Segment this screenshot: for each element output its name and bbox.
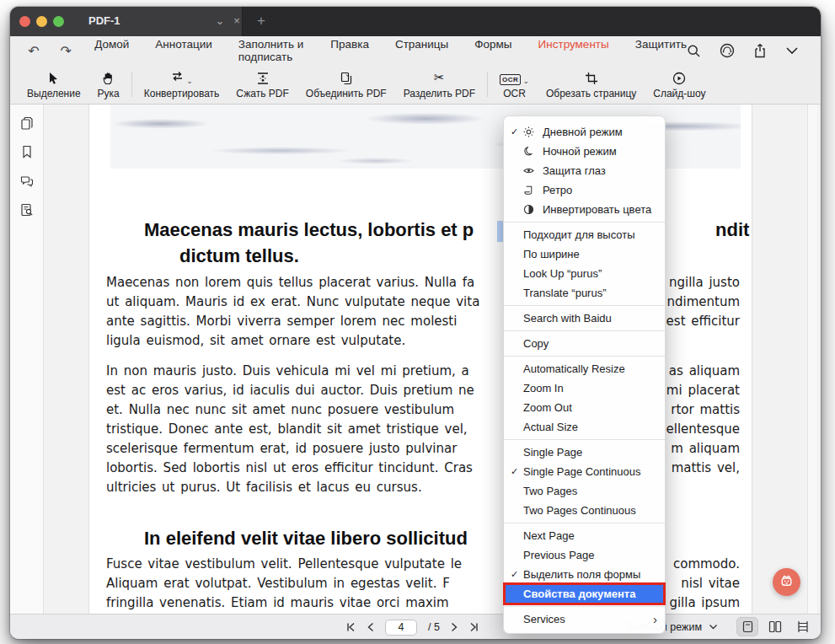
- menu-item-services[interactable]: Services›: [504, 609, 665, 629]
- robot-icon: [778, 572, 795, 593]
- ocr-button[interactable]: OCR⌄ OCR: [491, 66, 538, 103]
- collapse-toolbar-icon[interactable]: [785, 46, 799, 55]
- close-window-button[interactable]: [19, 16, 30, 27]
- minimize-window-button[interactable]: [36, 16, 47, 27]
- invert-icon: [523, 204, 543, 215]
- two-page-view-button[interactable]: [764, 617, 786, 636]
- menu-item-retro[interactable]: Ретро: [504, 180, 665, 200]
- menu-item-zoom-in[interactable]: Zoom In: [504, 378, 665, 398]
- moon-icon: [523, 146, 543, 157]
- menu-item-document-properties[interactable]: Свойства документа: [504, 584, 665, 604]
- menu-item-auto-resize[interactable]: Automatically Resize: [504, 359, 665, 378]
- first-page-icon[interactable]: [345, 622, 356, 632]
- menu-item-fit-width[interactable]: По ширине: [504, 244, 665, 264]
- search-document-panel-icon[interactable]: [20, 203, 34, 217]
- compress-icon: [256, 70, 270, 85]
- single-page-view-button[interactable]: [736, 617, 758, 636]
- menu-separator: [504, 330, 665, 331]
- menu-item-single-page[interactable]: Single Page: [504, 443, 665, 462]
- toolbar-divider: [131, 72, 132, 97]
- crop-page-button[interactable]: Обрезать страницу: [538, 66, 645, 103]
- sun-icon: [523, 126, 543, 137]
- submenu-arrow-icon: ›: [653, 612, 657, 626]
- menu-item-previous-page[interactable]: Previous Page: [504, 545, 665, 565]
- search-icon[interactable]: [687, 44, 701, 58]
- menu-separator: [504, 305, 665, 306]
- page-view-buttons: [736, 617, 814, 636]
- chevron-down-icon: ⌄: [522, 77, 529, 85]
- hand-tool-button[interactable]: Рука: [89, 66, 128, 103]
- doc-heading-1-line-2: dictum tellus.: [179, 245, 299, 267]
- menu-item-invert-colors[interactable]: Инвертировать цвета: [504, 200, 665, 219]
- left-panel-bar: [10, 105, 44, 614]
- previous-page-icon[interactable]: [367, 622, 374, 632]
- last-page-icon[interactable]: [469, 622, 479, 632]
- tab-title: PDF-1: [88, 14, 120, 27]
- menu-separator: [504, 523, 665, 523]
- menu-item-night-mode[interactable]: Ночной режим: [504, 142, 665, 161]
- merge-pdf-button[interactable]: Объединить PDF: [297, 66, 395, 103]
- share-icon[interactable]: [753, 43, 767, 58]
- menu-item-copy[interactable]: Copy: [504, 334, 665, 353]
- split-pdf-button[interactable]: ✂ Разделить PDF: [395, 66, 484, 103]
- convert-button[interactable]: ⌄ Конвертировать: [136, 66, 228, 103]
- page-number-input[interactable]: [385, 620, 417, 636]
- continuous-view-button[interactable]: [792, 617, 814, 636]
- menu-item-two-pages-continuous[interactable]: Two Pages Continuous: [504, 501, 665, 520]
- compress-pdf-button[interactable]: Сжать PDF: [227, 66, 297, 103]
- assistant-robot-button[interactable]: [773, 568, 800, 596]
- merge-icon: [340, 70, 353, 85]
- chevron-down-icon: [709, 621, 718, 633]
- menu-separator: [504, 439, 665, 440]
- menu-item-look-up[interactable]: Look Up “purus”: [504, 264, 665, 283]
- hand-icon: [102, 70, 115, 85]
- convert-icon: [170, 70, 185, 85]
- menu-separator: [504, 222, 665, 223]
- cursor-icon: [47, 70, 60, 85]
- comments-panel-icon[interactable]: [20, 174, 34, 188]
- menu-item-zoom-out[interactable]: Zoom Out: [504, 398, 665, 417]
- undo-icon[interactable]: ↶: [25, 43, 42, 59]
- tools-toolbar: Выделение Рука ⌄ Конвертировать Сжать PD…: [10, 65, 821, 105]
- ocr-icon: OCR: [500, 74, 521, 85]
- bookmarks-panel-icon[interactable]: [20, 145, 34, 158]
- menu-item-actual-size[interactable]: Actual Size: [504, 417, 665, 437]
- menu-bar: ↶ ↷ Домой Аннотации Заполнить и подписат…: [10, 36, 821, 65]
- menu-item-search-baidu[interactable]: Search with Baidu: [504, 309, 665, 328]
- menu-item-fit-height[interactable]: Подходит для высоты: [504, 225, 665, 244]
- menu-item-single-page-continuous[interactable]: ✓Single Page Continuous: [504, 462, 665, 481]
- menu-item-highlight-form-fields[interactable]: ✓Выделить поля формы: [504, 565, 665, 584]
- new-tab-button[interactable]: +: [253, 13, 270, 30]
- menu-separator: [504, 356, 665, 357]
- toolbar-divider: [487, 72, 488, 97]
- redo-icon[interactable]: ↷: [57, 43, 74, 59]
- tab-close-icon[interactable]: ×: [229, 13, 244, 29]
- menu-item-two-pages[interactable]: Two Pages: [504, 481, 665, 501]
- thumbnails-panel-icon[interactable]: [20, 116, 34, 130]
- play-circle-icon: [672, 70, 686, 85]
- eye-icon: [523, 165, 543, 176]
- scroll-icon: [523, 185, 543, 196]
- page-total-label: / 5: [428, 621, 440, 633]
- menu-item-translate[interactable]: Translate “purus”: [504, 283, 665, 303]
- scissors-icon: ✂: [434, 70, 445, 85]
- next-page-icon[interactable]: [451, 622, 458, 632]
- page-navigation: / 5: [345, 614, 479, 639]
- menu-item-eye-protection[interactable]: Защита глаз: [504, 161, 665, 180]
- menu-item-day-mode[interactable]: ✓Дневной режим: [504, 122, 665, 142]
- support-icon[interactable]: [720, 43, 735, 58]
- document-scroll-area[interactable]: Maecenas mauris lectus, lobortis et pndi…: [44, 105, 821, 614]
- doc-heading-2: In eleifend velit vitae libero sollicitu…: [144, 528, 468, 550]
- context-menu: ✓Дневной режим Ночной режим Защита глаз …: [503, 115, 666, 634]
- menu-item-next-page[interactable]: Next Page: [504, 526, 665, 545]
- doc-heading-1-line-1: Maecenas mauris lectus, lobortis et pndi…: [144, 219, 474, 241]
- crop-icon: [585, 70, 598, 85]
- tab-chevron-icon[interactable]: ⌄: [212, 13, 227, 29]
- chevron-down-icon: ⌄: [186, 77, 193, 85]
- vertical-scrollbar[interactable]: [807, 105, 817, 614]
- app-window: PDF-1 ⌄ × + ↶ ↷ Домой Аннотации Заполнит…: [10, 7, 821, 639]
- select-tool-button[interactable]: Выделение: [19, 66, 89, 103]
- document-viewport: Maecenas mauris lectus, lobortis et pndi…: [10, 105, 821, 614]
- slideshow-button[interactable]: Слайд-шоу: [645, 66, 714, 103]
- zoom-window-button[interactable]: [53, 16, 64, 27]
